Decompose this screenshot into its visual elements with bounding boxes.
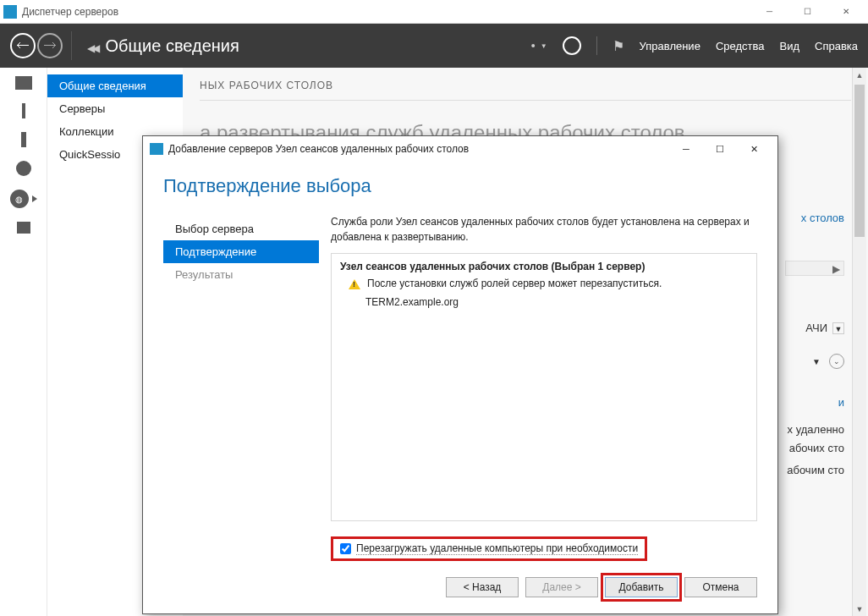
close-button[interactable]: ✕: [827, 0, 865, 24]
warning-text: После установки служб ролей сервер может…: [367, 278, 662, 289]
dialog-button-row: < Назад Далее > Добавить Отмена: [143, 571, 777, 613]
next-button: Далее >: [525, 577, 598, 597]
notifications-flag-icon[interactable]: ⚑: [613, 38, 624, 54]
expand-circle-icon[interactable]: ⌄: [829, 354, 844, 369]
bg-link[interactable]: х столов: [801, 212, 844, 224]
rail-rds-row[interactable]: ◍: [10, 190, 37, 208]
window-title: Диспетчер серверов: [22, 6, 118, 18]
warning-icon: [349, 279, 360, 289]
nav-item-overview[interactable]: Общие сведения: [47, 74, 183, 97]
add-button[interactable]: Добавить: [605, 577, 678, 597]
divider: [596, 36, 597, 55]
dialog-title: Добавление серверов Узел сеансов удаленн…: [168, 143, 469, 155]
list-heading: Узел сеансов удаленных рабочих столов (В…: [340, 261, 748, 272]
chevron-right-icon[interactable]: ▶: [832, 263, 840, 275]
refresh-icon[interactable]: [563, 36, 581, 55]
caret-down-icon[interactable]: ▼: [812, 357, 821, 366]
header-bar: 🡐 🡒 ◀◀ Общие сведения • ▼ ⚑ Управление С…: [0, 24, 868, 68]
menu-help[interactable]: Справка: [815, 40, 858, 52]
rail-storage-row[interactable]: [16, 161, 31, 176]
rail-rds-icon: ◍: [10, 190, 29, 208]
dialog-heading: Подтверждение выбора: [163, 175, 757, 197]
bg-scroll-strip: ▶: [785, 261, 844, 276]
minimize-button[interactable]: ─: [750, 0, 788, 24]
bg-text: абочим сто: [787, 464, 844, 476]
rail-disk-icon: [16, 161, 31, 176]
bg-text: х удаленно: [788, 423, 844, 436]
page-title: ◀◀ Общие сведения: [87, 36, 239, 56]
dialog-titlebar: Добавление серверов Узел сеансов удаленн…: [143, 136, 777, 162]
header-dot-icon: •: [531, 39, 536, 52]
back-button[interactable]: < Назад: [446, 577, 519, 597]
server-list-box: Узел сеансов удаленных рабочих столов (В…: [331, 253, 757, 521]
wizard-step-confirm[interactable]: Подтверждение: [163, 240, 319, 263]
maximize-button[interactable]: ☐: [788, 0, 827, 24]
divider: [71, 31, 72, 60]
scroll-down-icon[interactable]: ▼: [853, 602, 866, 616]
server-row: TERM2.example.org: [340, 296, 748, 308]
dialog-maximize-button[interactable]: ☐: [703, 137, 737, 161]
menu-view[interactable]: Вид: [779, 40, 799, 52]
scroll-up-icon[interactable]: ▲: [853, 68, 866, 82]
dialog-minimize-button[interactable]: ─: [669, 137, 703, 161]
bg-tasks-label: АЧИ: [805, 322, 827, 334]
rail-dashboard-icon[interactable]: [15, 76, 32, 90]
bg-text: абочих сто: [789, 442, 844, 454]
restart-checkbox[interactable]: [340, 543, 351, 554]
dialog-description: Служба роли Узел сеансов удаленных рабоч…: [331, 214, 757, 245]
bg-link[interactable]: и: [838, 396, 844, 409]
divider: [200, 100, 851, 101]
app-icon: [3, 5, 17, 19]
window-titlebar: Диспетчер серверов ─ ☐ ✕: [0, 0, 868, 24]
restart-checkbox-label[interactable]: Перезагружать удаленные компьютеры при н…: [340, 542, 638, 555]
wizard-step-results: Результаты: [163, 263, 319, 286]
menu-manage[interactable]: Управление: [640, 40, 700, 52]
cancel-button[interactable]: Отмена: [684, 577, 757, 597]
rail-server-icon[interactable]: [22, 103, 25, 118]
rail-servers-icon[interactable]: [21, 132, 26, 147]
add-servers-dialog: Добавление серверов Узел сеансов удаленн…: [142, 135, 778, 614]
nav-forward-button: 🡒: [37, 33, 63, 58]
restart-checkbox-highlight: Перезагружать удаленные компьютеры при н…: [331, 536, 647, 561]
scrollbar-thumb[interactable]: [854, 85, 865, 237]
nav-back-button[interactable]: 🡐: [10, 33, 36, 58]
menu-tools[interactable]: Средства: [716, 40, 765, 52]
section-label: НЫХ РАБОЧИХ СТОЛОВ: [200, 80, 851, 91]
dropdown-icon[interactable]: ▼: [541, 42, 547, 50]
expand-icon: [32, 195, 37, 202]
tasks-dropdown-icon[interactable]: ▼: [832, 322, 844, 334]
dialog-close-button[interactable]: ✕: [737, 137, 771, 161]
nav-item-servers[interactable]: Серверы: [47, 97, 183, 120]
restart-checkbox-text: Перезагружать удаленные компьютеры при н…: [356, 542, 638, 555]
wizard-steps: Выбор сервера Подтверждение Результаты: [163, 214, 319, 561]
page-title-text: Общие сведения: [106, 36, 239, 55]
rail-item-icon[interactable]: [17, 222, 30, 234]
content-scrollbar[interactable]: ▲ ▼: [852, 68, 866, 616]
wizard-step-select[interactable]: Выбор сервера: [163, 217, 319, 240]
icon-rail: ◍: [0, 68, 47, 616]
breadcrumb-chevron-icon: ◀◀: [87, 42, 97, 54]
dialog-icon: [150, 143, 163, 155]
